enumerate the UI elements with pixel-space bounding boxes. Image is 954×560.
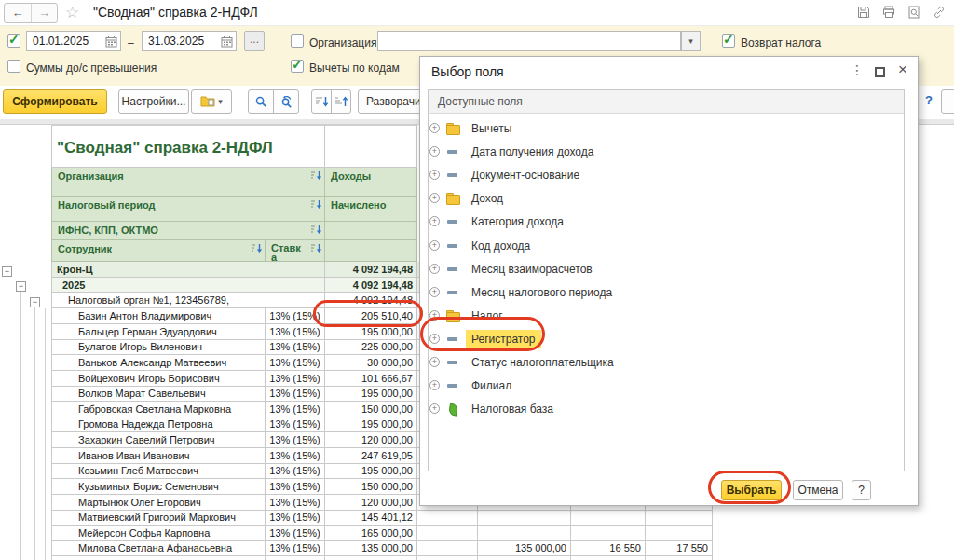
- rate-cell[interactable]: 13% (15%): [266, 463, 325, 479]
- rate-cell[interactable]: 13% (15%): [266, 417, 325, 432]
- employee-name-cell[interactable]: Войцехович Игорь Борисович: [51, 371, 266, 387]
- group-label-cell[interactable]: Налоговый орган №1, 123456789,: [51, 293, 325, 308]
- dialog-maximize-icon[interactable]: [875, 67, 885, 77]
- group-label-cell[interactable]: Крон-Ц: [51, 262, 325, 278]
- tax-cell-1[interactable]: [571, 510, 646, 526]
- header-accrued[interactable]: Начислено: [325, 197, 417, 222]
- paid-cell[interactable]: [478, 526, 571, 541]
- employee-row[interactable]: Мейерсон Софья Карповна 13% (15%) 165 00…: [0, 526, 713, 541]
- field-list-item[interactable]: + Код дохода: [429, 236, 886, 255]
- expand-plus-icon[interactable]: +: [429, 216, 440, 226]
- employee-name-cell[interactable]: Иванов Иван Иванович: [51, 448, 266, 464]
- employee-name-cell[interactable]: Мейерсон Софья Карповна: [51, 526, 266, 541]
- employee-name-cell[interactable]: Бальцер Герман Эдуардович: [51, 324, 266, 340]
- rate-cell[interactable]: 13% (15%): [266, 479, 325, 495]
- group-total-cell[interactable]: 4 092 194,48: [325, 278, 417, 293]
- sort-icon[interactable]: [310, 171, 322, 183]
- expand-plus-icon[interactable]: +: [429, 170, 440, 180]
- rate-cell[interactable]: 13% (15%): [266, 386, 325, 402]
- employee-name-cell[interactable]: Габровская Светлана Марковна: [51, 402, 266, 417]
- expand-plus-icon[interactable]: +: [429, 403, 440, 414]
- dialog-close-icon[interactable]: ×: [898, 61, 907, 79]
- header-tax-period[interactable]: Налоговый период: [51, 197, 325, 222]
- field-list-item[interactable]: + Месяц взаиморасчетов: [429, 259, 886, 279]
- expand-plus-icon[interactable]: +: [429, 146, 440, 157]
- expand-plus-icon[interactable]: +: [429, 193, 440, 203]
- accrued-cell[interactable]: 195 000,00: [325, 463, 417, 479]
- employee-name-cell[interactable]: Волков Марат Савельевич: [51, 386, 266, 402]
- header-organization[interactable]: Организация: [51, 168, 325, 197]
- accrued-cell[interactable]: 195 000,00: [325, 386, 417, 402]
- paid-cell[interactable]: 210 000,00: [478, 556, 571, 560]
- rate-cell[interactable]: 13% (15%): [266, 371, 325, 387]
- rate-cell[interactable]: 13% (15%): [266, 526, 325, 541]
- expand-plus-icon[interactable]: +: [429, 380, 440, 390]
- employee-name-cell[interactable]: Минчев Аристотель Борисович: [51, 556, 266, 560]
- expand-plus-icon[interactable]: +: [429, 123, 440, 133]
- employee-row[interactable]: Матвиевский Григорий Маркович 13% (15%) …: [0, 510, 713, 526]
- header-ifns[interactable]: ИФНС, КПП, ОКТМО: [51, 222, 325, 240]
- accrued-cell[interactable]: 150 000,00: [325, 479, 417, 495]
- paid-cell[interactable]: [478, 510, 571, 526]
- rate-cell[interactable]: 13% (15%): [266, 339, 325, 355]
- rate-cell[interactable]: 13% (15%): [266, 540, 325, 556]
- employee-row[interactable]: Милова Светлана Афанасьевна 13% (15%) 13…: [0, 540, 713, 556]
- expand-plus-icon[interactable]: +: [429, 357, 440, 367]
- employee-name-cell[interactable]: Базин Антон Владимирович: [51, 308, 266, 324]
- field-list-item[interactable]: + Категория дохода: [429, 212, 886, 231]
- rate-cell[interactable]: 13% (15%): [266, 510, 325, 526]
- employee-name-cell[interactable]: Козьмин Глеб Матвеевич: [51, 463, 266, 479]
- employee-name-cell[interactable]: Ваньков Александр Матвеевич: [51, 355, 266, 371]
- dialog-menu-icon[interactable]: ⋮: [851, 62, 864, 77]
- employee-row[interactable]: Минчев Аристотель Борисович 13% (15%) 21…: [0, 556, 713, 560]
- accrued-cell[interactable]: 225 000,00: [325, 339, 417, 355]
- rate-cell[interactable]: 13% (15%): [266, 324, 325, 340]
- expand-plus-icon[interactable]: +: [429, 264, 440, 274]
- tax-cell-1[interactable]: 16 550: [571, 540, 646, 556]
- employee-name-cell[interactable]: Мартынюк Олег Егорович: [51, 495, 266, 511]
- field-list-item[interactable]: + Вычеты: [429, 118, 886, 138]
- header-incomes[interactable]: Доходы: [325, 168, 417, 197]
- rate-cell[interactable]: 13% (15%): [266, 448, 325, 464]
- accrued-cell[interactable]: 247 619,05: [325, 448, 417, 464]
- employee-name-cell[interactable]: Матвиевский Григорий Маркович: [51, 510, 266, 526]
- group-label-cell[interactable]: 2025: [51, 278, 325, 293]
- tax-cell-2[interactable]: 17 550: [646, 540, 713, 556]
- tax-cell-1[interactable]: [571, 526, 646, 541]
- employee-name-cell[interactable]: Громова Надежда Петровна: [51, 417, 266, 432]
- accrued-cell[interactable]: 165 000,00: [325, 526, 417, 541]
- paid-cell[interactable]: 135 000,00: [478, 540, 571, 556]
- field-list-item[interactable]: + Месяц налогового периода: [429, 282, 886, 302]
- accrued-cell[interactable]: 101 666,67: [325, 371, 417, 387]
- accrued-cell[interactable]: 210 000,00: [325, 556, 417, 560]
- employee-name-cell[interactable]: Захаркин Савелий Петрович: [51, 432, 266, 448]
- rate-cell[interactable]: 13% (15%): [266, 432, 325, 448]
- field-list-item[interactable]: + Налоговая база: [429, 399, 886, 418]
- field-list-item[interactable]: + Документ-основание: [429, 165, 886, 184]
- field-list-item[interactable]: + Доход: [429, 188, 886, 208]
- sort-icon[interactable]: [310, 243, 322, 255]
- tax-cell-2[interactable]: [646, 526, 713, 541]
- accrued-cell[interactable]: 135 000,00: [325, 540, 417, 556]
- tax-cell-1[interactable]: 27 300: [571, 556, 646, 560]
- rate-cell[interactable]: 13% (15%): [266, 495, 325, 511]
- sort-icon[interactable]: [310, 199, 322, 212]
- field-list-item[interactable]: + Статус налогоплательщика: [429, 352, 886, 372]
- employee-name-cell[interactable]: Кузьминых Борис Семенович: [51, 479, 266, 495]
- expand-plus-icon[interactable]: +: [429, 240, 440, 251]
- accrued-cell[interactable]: 145 401,12: [325, 510, 417, 526]
- accrued-cell[interactable]: 30 000,00: [325, 355, 417, 371]
- field-list-item[interactable]: + Филиал: [429, 376, 886, 395]
- header-rate[interactable]: Ставка: [266, 240, 325, 262]
- expand-plus-icon[interactable]: +: [429, 287, 440, 297]
- group-total-cell[interactable]: 4 092 194,48: [325, 262, 417, 278]
- accrued-cell[interactable]: 195 000,00: [325, 417, 417, 432]
- tax-cell-2[interactable]: [646, 510, 713, 526]
- rate-cell[interactable]: 13% (15%): [266, 556, 325, 560]
- sort-icon[interactable]: [251, 243, 263, 255]
- accrued-cell[interactable]: 150 000,00: [325, 402, 417, 417]
- sort-icon[interactable]: [310, 225, 322, 237]
- dialog-help-button[interactable]: ?: [852, 480, 871, 500]
- rate-cell[interactable]: 13% (15%): [266, 402, 325, 417]
- accrued-cell[interactable]: 120 000,00: [325, 495, 417, 511]
